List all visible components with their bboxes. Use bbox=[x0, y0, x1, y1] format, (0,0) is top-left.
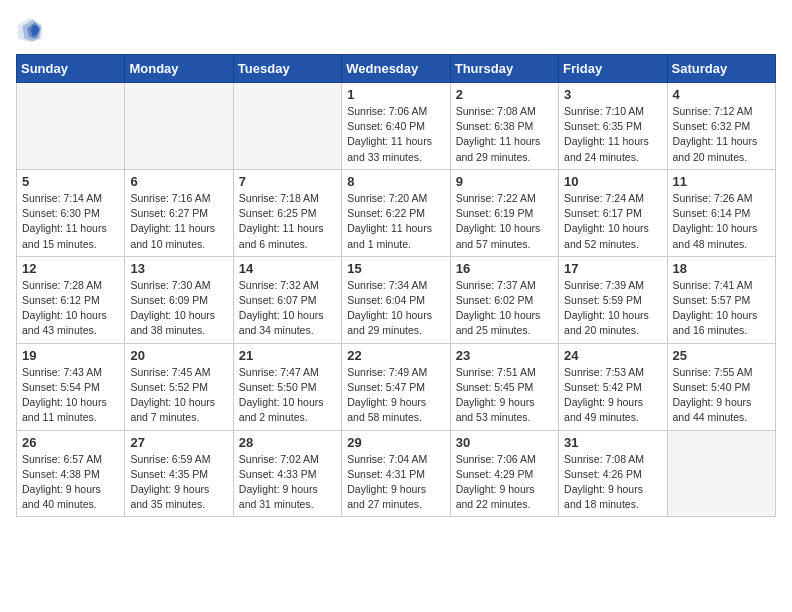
calendar-cell: 2Sunrise: 7:08 AM Sunset: 6:38 PM Daylig… bbox=[450, 83, 558, 170]
day-info: Sunrise: 7:49 AM Sunset: 5:47 PM Dayligh… bbox=[347, 365, 444, 426]
calendar-cell: 15Sunrise: 7:34 AM Sunset: 6:04 PM Dayli… bbox=[342, 256, 450, 343]
calendar-week-row: 1Sunrise: 7:06 AM Sunset: 6:40 PM Daylig… bbox=[17, 83, 776, 170]
calendar-cell: 4Sunrise: 7:12 AM Sunset: 6:32 PM Daylig… bbox=[667, 83, 775, 170]
day-number: 4 bbox=[673, 87, 770, 102]
calendar-week-row: 5Sunrise: 7:14 AM Sunset: 6:30 PM Daylig… bbox=[17, 169, 776, 256]
day-number: 18 bbox=[673, 261, 770, 276]
calendar-table: SundayMondayTuesdayWednesdayThursdayFrid… bbox=[16, 54, 776, 517]
day-number: 2 bbox=[456, 87, 553, 102]
calendar-cell: 7Sunrise: 7:18 AM Sunset: 6:25 PM Daylig… bbox=[233, 169, 341, 256]
calendar-week-row: 12Sunrise: 7:28 AM Sunset: 6:12 PM Dayli… bbox=[17, 256, 776, 343]
day-number: 16 bbox=[456, 261, 553, 276]
day-number: 6 bbox=[130, 174, 227, 189]
day-number: 13 bbox=[130, 261, 227, 276]
weekday-header-friday: Friday bbox=[559, 55, 667, 83]
day-info: Sunrise: 7:14 AM Sunset: 6:30 PM Dayligh… bbox=[22, 191, 119, 252]
calendar-cell bbox=[17, 83, 125, 170]
day-info: Sunrise: 7:06 AM Sunset: 4:29 PM Dayligh… bbox=[456, 452, 553, 513]
calendar-cell: 18Sunrise: 7:41 AM Sunset: 5:57 PM Dayli… bbox=[667, 256, 775, 343]
day-info: Sunrise: 7:20 AM Sunset: 6:22 PM Dayligh… bbox=[347, 191, 444, 252]
calendar-cell: 27Sunrise: 6:59 AM Sunset: 4:35 PM Dayli… bbox=[125, 430, 233, 517]
day-number: 1 bbox=[347, 87, 444, 102]
day-info: Sunrise: 7:30 AM Sunset: 6:09 PM Dayligh… bbox=[130, 278, 227, 339]
day-info: Sunrise: 7:43 AM Sunset: 5:54 PM Dayligh… bbox=[22, 365, 119, 426]
day-number: 30 bbox=[456, 435, 553, 450]
day-info: Sunrise: 7:26 AM Sunset: 6:14 PM Dayligh… bbox=[673, 191, 770, 252]
day-number: 14 bbox=[239, 261, 336, 276]
day-number: 5 bbox=[22, 174, 119, 189]
day-info: Sunrise: 7:08 AM Sunset: 6:38 PM Dayligh… bbox=[456, 104, 553, 165]
logo bbox=[16, 16, 46, 44]
day-info: Sunrise: 7:24 AM Sunset: 6:17 PM Dayligh… bbox=[564, 191, 661, 252]
calendar-cell: 9Sunrise: 7:22 AM Sunset: 6:19 PM Daylig… bbox=[450, 169, 558, 256]
day-info: Sunrise: 7:06 AM Sunset: 6:40 PM Dayligh… bbox=[347, 104, 444, 165]
calendar-cell: 3Sunrise: 7:10 AM Sunset: 6:35 PM Daylig… bbox=[559, 83, 667, 170]
calendar-cell: 22Sunrise: 7:49 AM Sunset: 5:47 PM Dayli… bbox=[342, 343, 450, 430]
day-number: 22 bbox=[347, 348, 444, 363]
day-number: 26 bbox=[22, 435, 119, 450]
day-info: Sunrise: 6:59 AM Sunset: 4:35 PM Dayligh… bbox=[130, 452, 227, 513]
day-info: Sunrise: 7:02 AM Sunset: 4:33 PM Dayligh… bbox=[239, 452, 336, 513]
calendar-cell: 21Sunrise: 7:47 AM Sunset: 5:50 PM Dayli… bbox=[233, 343, 341, 430]
day-number: 10 bbox=[564, 174, 661, 189]
calendar-week-row: 19Sunrise: 7:43 AM Sunset: 5:54 PM Dayli… bbox=[17, 343, 776, 430]
calendar-cell: 28Sunrise: 7:02 AM Sunset: 4:33 PM Dayli… bbox=[233, 430, 341, 517]
day-info: Sunrise: 7:22 AM Sunset: 6:19 PM Dayligh… bbox=[456, 191, 553, 252]
calendar-cell bbox=[667, 430, 775, 517]
weekday-header-monday: Monday bbox=[125, 55, 233, 83]
calendar-cell: 12Sunrise: 7:28 AM Sunset: 6:12 PM Dayli… bbox=[17, 256, 125, 343]
day-number: 21 bbox=[239, 348, 336, 363]
day-info: Sunrise: 7:53 AM Sunset: 5:42 PM Dayligh… bbox=[564, 365, 661, 426]
day-info: Sunrise: 7:08 AM Sunset: 4:26 PM Dayligh… bbox=[564, 452, 661, 513]
weekday-header-thursday: Thursday bbox=[450, 55, 558, 83]
page-header bbox=[16, 16, 776, 44]
calendar-cell bbox=[233, 83, 341, 170]
weekday-header-saturday: Saturday bbox=[667, 55, 775, 83]
weekday-header-row: SundayMondayTuesdayWednesdayThursdayFrid… bbox=[17, 55, 776, 83]
day-info: Sunrise: 7:16 AM Sunset: 6:27 PM Dayligh… bbox=[130, 191, 227, 252]
calendar-cell bbox=[125, 83, 233, 170]
calendar-cell: 24Sunrise: 7:53 AM Sunset: 5:42 PM Dayli… bbox=[559, 343, 667, 430]
day-info: Sunrise: 7:41 AM Sunset: 5:57 PM Dayligh… bbox=[673, 278, 770, 339]
calendar-cell: 20Sunrise: 7:45 AM Sunset: 5:52 PM Dayli… bbox=[125, 343, 233, 430]
calendar-cell: 11Sunrise: 7:26 AM Sunset: 6:14 PM Dayli… bbox=[667, 169, 775, 256]
calendar-cell: 19Sunrise: 7:43 AM Sunset: 5:54 PM Dayli… bbox=[17, 343, 125, 430]
day-info: Sunrise: 7:37 AM Sunset: 6:02 PM Dayligh… bbox=[456, 278, 553, 339]
calendar-cell: 23Sunrise: 7:51 AM Sunset: 5:45 PM Dayli… bbox=[450, 343, 558, 430]
day-number: 23 bbox=[456, 348, 553, 363]
day-info: Sunrise: 7:39 AM Sunset: 5:59 PM Dayligh… bbox=[564, 278, 661, 339]
page-container: SundayMondayTuesdayWednesdayThursdayFrid… bbox=[0, 0, 792, 525]
logo-icon bbox=[16, 16, 44, 44]
day-number: 11 bbox=[673, 174, 770, 189]
calendar-week-row: 26Sunrise: 6:57 AM Sunset: 4:38 PM Dayli… bbox=[17, 430, 776, 517]
calendar-cell: 30Sunrise: 7:06 AM Sunset: 4:29 PM Dayli… bbox=[450, 430, 558, 517]
day-number: 19 bbox=[22, 348, 119, 363]
calendar-cell: 10Sunrise: 7:24 AM Sunset: 6:17 PM Dayli… bbox=[559, 169, 667, 256]
day-number: 3 bbox=[564, 87, 661, 102]
day-info: Sunrise: 7:51 AM Sunset: 5:45 PM Dayligh… bbox=[456, 365, 553, 426]
calendar-cell: 1Sunrise: 7:06 AM Sunset: 6:40 PM Daylig… bbox=[342, 83, 450, 170]
day-number: 7 bbox=[239, 174, 336, 189]
day-info: Sunrise: 7:12 AM Sunset: 6:32 PM Dayligh… bbox=[673, 104, 770, 165]
day-info: Sunrise: 7:10 AM Sunset: 6:35 PM Dayligh… bbox=[564, 104, 661, 165]
weekday-header-tuesday: Tuesday bbox=[233, 55, 341, 83]
day-number: 28 bbox=[239, 435, 336, 450]
day-number: 15 bbox=[347, 261, 444, 276]
calendar-cell: 26Sunrise: 6:57 AM Sunset: 4:38 PM Dayli… bbox=[17, 430, 125, 517]
day-number: 29 bbox=[347, 435, 444, 450]
calendar-cell: 14Sunrise: 7:32 AM Sunset: 6:07 PM Dayli… bbox=[233, 256, 341, 343]
day-info: Sunrise: 6:57 AM Sunset: 4:38 PM Dayligh… bbox=[22, 452, 119, 513]
day-info: Sunrise: 7:04 AM Sunset: 4:31 PM Dayligh… bbox=[347, 452, 444, 513]
day-info: Sunrise: 7:34 AM Sunset: 6:04 PM Dayligh… bbox=[347, 278, 444, 339]
calendar-cell: 6Sunrise: 7:16 AM Sunset: 6:27 PM Daylig… bbox=[125, 169, 233, 256]
day-info: Sunrise: 7:28 AM Sunset: 6:12 PM Dayligh… bbox=[22, 278, 119, 339]
calendar-cell: 13Sunrise: 7:30 AM Sunset: 6:09 PM Dayli… bbox=[125, 256, 233, 343]
day-number: 20 bbox=[130, 348, 227, 363]
weekday-header-sunday: Sunday bbox=[17, 55, 125, 83]
day-number: 17 bbox=[564, 261, 661, 276]
day-number: 27 bbox=[130, 435, 227, 450]
calendar-cell: 8Sunrise: 7:20 AM Sunset: 6:22 PM Daylig… bbox=[342, 169, 450, 256]
calendar-cell: 31Sunrise: 7:08 AM Sunset: 4:26 PM Dayli… bbox=[559, 430, 667, 517]
calendar-cell: 25Sunrise: 7:55 AM Sunset: 5:40 PM Dayli… bbox=[667, 343, 775, 430]
day-number: 12 bbox=[22, 261, 119, 276]
